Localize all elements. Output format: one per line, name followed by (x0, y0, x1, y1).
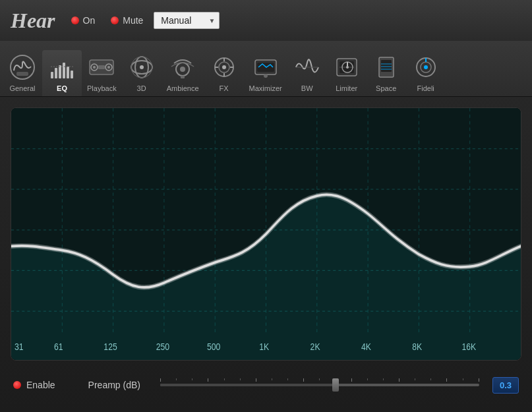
nav-label-playback: Playback (87, 84, 117, 92)
nav-item-ambience[interactable]: Ambience (162, 50, 204, 96)
svg-text:250: 250 (156, 341, 169, 352)
nav-label-3d: 3D (137, 84, 146, 92)
header: Hear On Mute Manual (0, 0, 532, 41)
nav-item-general[interactable]: General (3, 50, 42, 96)
bottom-controls: Enable Preamp (dB) (11, 368, 521, 401)
svg-rect-4 (59, 65, 61, 78)
general-icon (8, 53, 37, 82)
nav-item-limiter[interactable]: Limiter (327, 50, 367, 96)
on-button[interactable]: On (71, 15, 96, 26)
slider-fill (160, 384, 336, 386)
nav-label-fidelity: Fideli (417, 84, 434, 92)
preset-dropdown[interactable]: Manual (154, 12, 220, 29)
app-container: Hear On Mute Manual General (0, 0, 532, 412)
svg-text:500: 500 (207, 341, 220, 352)
on-label: On (83, 15, 96, 26)
svg-point-20 (180, 67, 185, 72)
db-display: 0.3 (492, 377, 519, 394)
main-content: 31 61 125 250 500 1K 2K 4K 8K 16K Enable… (0, 97, 532, 412)
preamp-label: Preamp (dB) (88, 380, 140, 390)
svg-rect-6 (67, 67, 69, 78)
nav-label-limiter: Limiter (336, 84, 357, 92)
eq-graph[interactable]: 31 61 125 250 500 1K 2K 4K 8K 16K (11, 107, 521, 361)
3d-icon (127, 53, 156, 82)
nav-item-fidelity[interactable]: Fideli (406, 50, 446, 96)
svg-point-46 (424, 65, 428, 69)
enable-indicator (13, 381, 21, 389)
svg-rect-14 (98, 65, 105, 69)
nav-label-maximizer: Maximizer (249, 84, 282, 92)
fidelity-icon (411, 53, 440, 82)
slider-thumb[interactable] (332, 378, 339, 392)
space-icon (372, 53, 401, 82)
svg-rect-2 (51, 72, 53, 78)
mute-indicator (111, 16, 119, 24)
nav-label-ambience: Ambience (167, 84, 199, 92)
nav-item-fx[interactable]: FX (204, 50, 244, 96)
enable-label: Enable (26, 380, 55, 390)
db-value: 0.3 (500, 380, 512, 390)
nav-label-fx: FX (220, 84, 229, 92)
eq-icon (47, 53, 76, 82)
enable-button[interactable]: Enable (13, 380, 55, 390)
ambience-icon (168, 53, 197, 82)
nav-item-playback[interactable]: Playback (82, 50, 122, 96)
svg-text:2K: 2K (310, 341, 320, 352)
svg-text:1K: 1K (259, 341, 269, 352)
nav-item-3d[interactable]: 3D (122, 50, 162, 96)
svg-text:125: 125 (103, 341, 117, 352)
svg-rect-3 (55, 68, 57, 78)
svg-text:16K: 16K (461, 341, 476, 352)
svg-text:8K: 8K (412, 341, 422, 352)
svg-point-13 (107, 66, 110, 69)
nav-item-bw[interactable]: BW (287, 50, 327, 96)
svg-rect-40 (381, 60, 392, 72)
playback-icon (87, 53, 116, 82)
nav-label-general: General (9, 84, 35, 92)
preamp-slider[interactable] (160, 384, 479, 386)
bw-icon (293, 53, 322, 82)
svg-text:61: 61 (54, 341, 63, 352)
preamp-slider-container (160, 384, 479, 386)
eq-svg: 31 61 125 250 500 1K 2K 4K 8K 16K (11, 108, 521, 360)
fx-icon (210, 53, 239, 82)
app-title: Hear (11, 9, 55, 33)
svg-point-28 (222, 65, 226, 69)
svg-point-31 (264, 74, 268, 78)
svg-rect-5 (63, 63, 65, 78)
svg-text:4K: 4K (361, 341, 371, 352)
maximizer-icon (251, 53, 280, 82)
limiter-icon (332, 53, 361, 82)
nav-bar: General EQ (0, 41, 532, 97)
svg-point-38 (346, 66, 349, 69)
svg-rect-21 (181, 76, 185, 78)
svg-point-18 (140, 65, 144, 69)
nav-item-eq[interactable]: EQ (42, 50, 82, 96)
nav-item-space[interactable]: Space (367, 50, 406, 96)
mute-label: Mute (123, 15, 143, 26)
mute-button[interactable]: Mute (111, 15, 143, 26)
nav-item-maximizer[interactable]: Maximizer (244, 50, 287, 96)
nav-label-bw: BW (301, 84, 313, 92)
svg-rect-1 (16, 72, 28, 76)
svg-rect-7 (71, 71, 73, 78)
svg-text:31: 31 (15, 341, 24, 352)
preset-value: Manual (161, 15, 191, 26)
svg-point-12 (93, 66, 96, 69)
on-indicator (71, 16, 79, 24)
nav-label-space: Space (376, 84, 396, 92)
nav-label-eq: EQ (57, 84, 67, 92)
